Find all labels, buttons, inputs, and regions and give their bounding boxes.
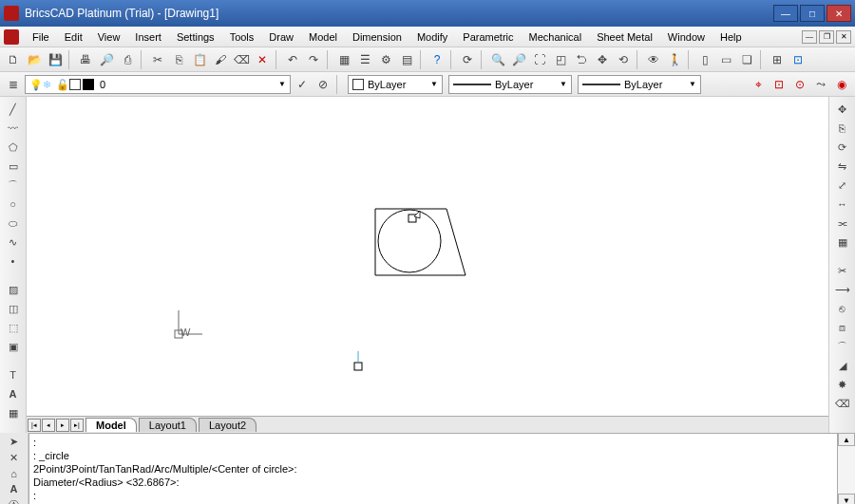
color-combo[interactable]: ByLayer ▼ [348, 75, 443, 94]
scroll-down-button[interactable]: ▼ [838, 494, 855, 504]
save-button[interactable]: 💾 [46, 50, 65, 69]
menu-settings[interactable]: Settings [169, 29, 222, 45]
open-button[interactable]: 📂 [25, 50, 44, 69]
cancel-button[interactable]: ✕ [253, 50, 272, 69]
arc-button[interactable]: ⌒ [4, 177, 23, 194]
command-window[interactable]: : : _circle 2Point/3Point/TanTanRad/Arc/… [28, 433, 838, 504]
menu-dimension[interactable]: Dimension [345, 29, 409, 45]
hatch-button[interactable]: ▨ [4, 281, 23, 298]
menu-file[interactable]: File [25, 29, 57, 45]
menu-sheetmetal[interactable]: Sheet Metal [589, 29, 660, 45]
circle-button[interactable]: ○ [4, 196, 23, 213]
esnap-settings-button[interactable]: ⊙ [790, 75, 809, 94]
help-button[interactable]: ? [428, 50, 446, 69]
cmd-home-icon[interactable]: ⌂ [5, 467, 24, 480]
zoom-extents-button[interactable]: ⛶ [530, 50, 549, 69]
menu-window[interactable]: Window [660, 29, 712, 45]
tab-first-button[interactable]: |◂ [28, 419, 41, 432]
look-button[interactable]: 👁 [644, 50, 663, 69]
paste-button[interactable]: 📋 [190, 50, 209, 69]
zoom-in-button[interactable]: 🔍 [488, 50, 507, 69]
print-button[interactable]: 🖶 [76, 50, 95, 69]
properties-button[interactable]: ☰ [355, 50, 374, 69]
block-button[interactable]: ▣ [4, 338, 23, 355]
array-button[interactable]: ▦ [833, 233, 852, 251]
print-preview-button[interactable]: 🔎 [97, 50, 116, 69]
region-button[interactable]: ⬚ [4, 319, 23, 336]
menu-modify[interactable]: Modify [409, 29, 455, 45]
linetype-combo[interactable]: ByLayer ▼ [448, 75, 572, 94]
copy-button[interactable]: ⎘ [169, 50, 188, 69]
table-button[interactable]: ▦ [4, 404, 23, 421]
mtext-button[interactable]: T [4, 366, 23, 383]
cmd-text-icon[interactable]: A [5, 482, 24, 495]
text-button[interactable]: A [4, 385, 23, 402]
explode-button[interactable]: ✸ [833, 376, 852, 393]
rectangle-button[interactable]: ▭ [4, 158, 23, 175]
layer-iso-button[interactable]: ⊘ [314, 75, 332, 94]
tab-prev-button[interactable]: ◂ [42, 419, 55, 432]
fillet-button[interactable]: ⌒ [833, 338, 852, 355]
chamfer-button[interactable]: ◢ [833, 357, 852, 374]
menu-help[interactable]: Help [712, 29, 750, 45]
tile-h-button[interactable]: ▯ [695, 50, 714, 69]
workspace-button[interactable]: ⊞ [768, 50, 787, 69]
ellipse-button[interactable]: ⬭ [4, 215, 23, 232]
settings-button[interactable]: ⚙ [376, 50, 395, 69]
publish-button[interactable]: ⎙ [118, 50, 137, 69]
mdi-restore-button[interactable]: ❐ [819, 30, 834, 44]
cmd-a2-icon[interactable]: Ⓐ [5, 497, 24, 504]
menu-model[interactable]: Model [301, 29, 345, 45]
layer-explorer-button[interactable]: ≣ [4, 75, 23, 94]
copy-obj-button[interactable]: ⎘ [833, 120, 852, 137]
line-button[interactable]: ╱ [4, 101, 23, 118]
erase-button[interactable]: ⌫ [232, 50, 251, 69]
scroll-up-button[interactable]: ▲ [838, 433, 855, 446]
minimize-button[interactable]: — [773, 5, 798, 22]
maximize-button[interactable]: □ [800, 5, 825, 22]
drawing-canvas[interactable]: W [27, 97, 828, 416]
polyline-button[interactable]: 〰 [4, 120, 23, 137]
erase2-button[interactable]: ⌫ [833, 395, 852, 412]
menu-mechanical[interactable]: Mechanical [522, 29, 590, 45]
chapoo-button[interactable]: ⊡ [788, 50, 808, 69]
track-button[interactable]: ⤳ [811, 75, 830, 94]
stretch-button[interactable]: ↔ [833, 196, 852, 213]
layer-state-button[interactable]: ✓ [293, 75, 312, 94]
mdi-close-button[interactable]: ✕ [836, 30, 851, 44]
close-button[interactable]: ✕ [826, 5, 851, 22]
menu-edit[interactable]: Edit [57, 29, 90, 45]
redo-button[interactable]: ↷ [304, 50, 323, 69]
menu-tools[interactable]: Tools [222, 29, 262, 45]
move-button[interactable]: ✥ [833, 101, 852, 118]
tab-layout2[interactable]: Layout2 [199, 418, 256, 432]
command-scrollbar[interactable]: ▲ ▼ [838, 433, 855, 504]
regen-button[interactable]: ⟳ [458, 50, 477, 69]
explorer-button[interactable]: ▦ [334, 50, 353, 69]
rotate-button[interactable]: ⟳ [833, 139, 852, 156]
tool-palette-button[interactable]: ▤ [397, 50, 416, 69]
tab-last-button[interactable]: ▸| [70, 419, 84, 432]
tile-v-button[interactable]: ▭ [716, 50, 735, 69]
color-button[interactable]: ◉ [832, 75, 851, 94]
boundary-button[interactable]: ◫ [4, 300, 23, 317]
mdi-minimize-button[interactable]: — [802, 30, 817, 44]
rtrot-button[interactable]: ⟲ [614, 50, 633, 69]
new-button[interactable]: 🗋 [4, 50, 23, 69]
trim-button[interactable]: ✂ [833, 262, 852, 279]
scale-button[interactable]: ⤢ [833, 177, 852, 194]
break-button[interactable]: ⎋ [833, 300, 852, 317]
menu-insert[interactable]: Insert [127, 29, 169, 45]
cut-button[interactable]: ✂ [148, 50, 167, 69]
lineweight-combo[interactable]: ByLayer ▼ [578, 75, 701, 94]
mirror-button[interactable]: ⇋ [833, 158, 852, 175]
menu-draw[interactable]: Draw [261, 29, 301, 45]
menu-parametric[interactable]: Parametric [455, 29, 521, 45]
cmd-cursor-icon[interactable]: ➤ [5, 435, 24, 449]
zoom-window-button[interactable]: ◰ [551, 50, 570, 69]
walk-button[interactable]: 🚶 [665, 50, 684, 69]
esnap-button[interactable]: ⌖ [749, 75, 768, 94]
join-button[interactable]: ⧈ [833, 319, 852, 336]
cascade-button[interactable]: ❏ [737, 50, 756, 69]
layer-combo[interactable]: 💡 ❄ 🔓 0 ▼ [25, 75, 291, 94]
